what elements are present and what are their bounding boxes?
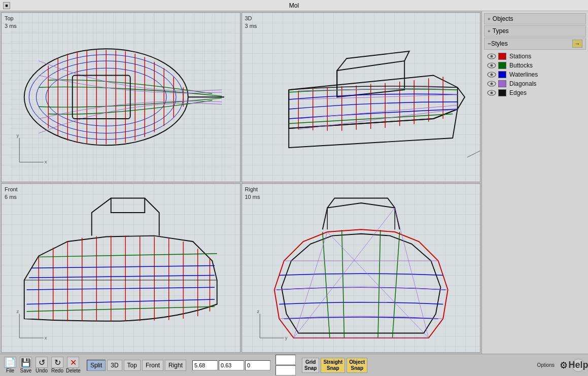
save-button[interactable]: 💾 Save: [19, 357, 33, 373]
object-snap-button[interactable]: ObjectSnap: [347, 358, 367, 373]
boat-front-view: x z: [2, 184, 240, 353]
viewport-3d[interactable]: 3D 3 ms: [241, 12, 481, 182]
right-panel: + Objects + Types − Styles →: [481, 11, 588, 354]
svg-line-107: [293, 232, 327, 338]
straight-snap-button[interactable]: StraightSnap: [321, 358, 345, 373]
window-title: Mol: [289, 2, 299, 9]
viewport-top-label: Top 3 ms: [5, 15, 17, 30]
diagonals-label: Diagonals: [509, 80, 536, 87]
eye-waterlines[interactable]: [487, 71, 496, 78]
style-item-stations: Stations: [487, 52, 583, 61]
boat-top-view: x y: [2, 13, 240, 182]
eye-icon-buttocks: [487, 62, 496, 69]
svg-line-110: [395, 208, 429, 338]
options-label: Options: [537, 362, 555, 368]
top-button[interactable]: Top: [124, 360, 141, 371]
eye-diagonals[interactable]: [487, 80, 496, 87]
viewport-front-label: Front 6 ms: [5, 186, 18, 201]
types-label: Types: [493, 27, 509, 35]
svg-point-120: [491, 74, 493, 76]
styles-expand-icon: −: [488, 40, 491, 47]
waterlines-color: [498, 71, 506, 78]
style-item-diagonals: Diagonals: [487, 79, 583, 88]
3d-button[interactable]: 3D: [107, 360, 122, 371]
file-icon: 📄: [4, 357, 16, 368]
diagonals-color: [498, 80, 506, 87]
objects-label: Objects: [493, 15, 513, 22]
delete-button[interactable]: ✕ Delete: [66, 357, 81, 373]
file-button[interactable]: 📄 File: [3, 357, 17, 373]
types-section: + Types: [484, 25, 586, 37]
coordinate-display: 5.68 0.63 0: [192, 360, 270, 370]
svg-text:x: x: [45, 159, 47, 164]
svg-point-116: [491, 55, 493, 58]
objects-header[interactable]: + Objects: [484, 13, 586, 24]
help-button[interactable]: Help: [572, 359, 585, 372]
straight-snap-label: StraightSnap: [321, 358, 345, 373]
viewport-front[interactable]: Front 6 ms: [1, 183, 240, 353]
stations-color: [498, 53, 506, 60]
grid-snap-label: GridSnap: [302, 358, 319, 373]
eye-stations[interactable]: [487, 53, 496, 60]
boat-3d-view: z y: [242, 13, 480, 182]
redo-icon: ↻: [51, 357, 63, 368]
types-header[interactable]: + Types: [484, 25, 586, 37]
edges-label: Edges: [509, 89, 527, 96]
split-button[interactable]: Split: [87, 360, 106, 371]
eye-icon-stations: [487, 53, 496, 59]
svg-line-104: [378, 230, 381, 338]
svg-point-124: [491, 92, 493, 94]
eye-edges[interactable]: [487, 89, 496, 96]
svg-point-118: [491, 64, 493, 67]
styles-arrow-button[interactable]: →: [572, 40, 582, 48]
right-button[interactable]: Right: [165, 360, 186, 371]
eye-icon-waterlines: [487, 72, 496, 78]
styles-header[interactable]: − Styles →: [484, 38, 586, 50]
viewport-3d-label: 3D 3 ms: [245, 15, 257, 30]
buttocks-color: [498, 62, 506, 69]
svg-line-101: [322, 232, 329, 338]
style-item-buttocks: Buttocks: [487, 61, 583, 70]
svg-line-103: [341, 230, 344, 338]
edges-color: [498, 89, 506, 96]
front-button[interactable]: Front: [142, 360, 163, 371]
file-label: File: [6, 368, 14, 373]
save-icon: 💾: [20, 357, 32, 368]
delete-label: Delete: [66, 368, 81, 373]
svg-rect-57: [73, 76, 130, 119]
objects-expand-icon: +: [488, 16, 491, 22]
object-snap-label: ObjectSnap: [347, 358, 367, 373]
viewport-right-label: Right 10 ms: [245, 186, 260, 201]
title-bar: ■ Mol: [0, 0, 588, 11]
grid-snap-button[interactable]: GridSnap: [302, 358, 319, 373]
coord-x-display: 5.68: [192, 360, 218, 370]
svg-line-79: [467, 148, 480, 157]
style-item-waterlines: Waterlines: [487, 70, 583, 79]
svg-text:x: x: [45, 334, 47, 340]
svg-line-102: [392, 232, 399, 338]
coord-input-bottom[interactable]: [275, 365, 296, 375]
coord-y-display: 0.63: [219, 360, 244, 370]
window-icon[interactable]: ■: [3, 2, 10, 9]
undo-button[interactable]: ↺ Undo: [34, 357, 49, 373]
svg-text:z: z: [257, 308, 259, 314]
stations-label: Stations: [509, 53, 531, 60]
bottom-toolbar: 📄 File 💾 Save ↺ Undo ↻ Redo ✕ Delete Spl…: [0, 354, 588, 376]
waterlines-label: Waterlines: [509, 71, 538, 78]
style-item-edges: Edges: [487, 88, 583, 97]
viewport-right[interactable]: Right 10 ms: [241, 183, 481, 353]
eye-buttocks[interactable]: [487, 62, 496, 69]
svg-text:z: z: [17, 308, 19, 314]
types-expand-icon: +: [488, 28, 491, 34]
styles-label: Styles: [491, 40, 508, 47]
delete-icon: ✕: [67, 357, 79, 368]
viewports-grid: Top 3 ms: [0, 11, 481, 354]
save-label: Save: [20, 368, 32, 373]
redo-button[interactable]: ↻ Redo: [50, 357, 64, 373]
undo-icon: ↺: [36, 357, 48, 368]
eye-icon-diagonals: [487, 81, 496, 87]
redo-label: Redo: [51, 368, 63, 373]
main-container: Top 3 ms: [0, 11, 588, 354]
coord-input-top[interactable]: [275, 355, 296, 365]
viewport-top[interactable]: Top 3 ms: [1, 12, 240, 182]
